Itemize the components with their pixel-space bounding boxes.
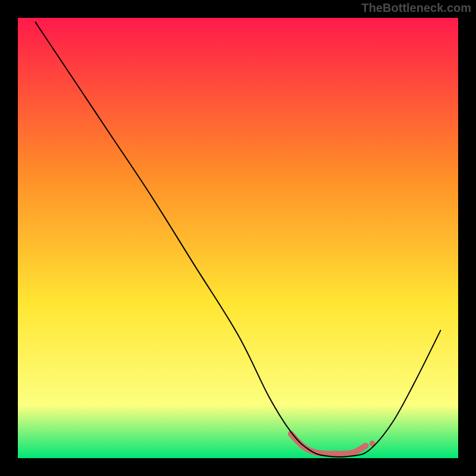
watermark-text: TheBottleneck.com [362,1,471,15]
chart-container: { "watermark": "TheBottleneck.com", "cha… [0,0,476,476]
plot-background [18,18,458,458]
chart-svg [0,0,476,476]
